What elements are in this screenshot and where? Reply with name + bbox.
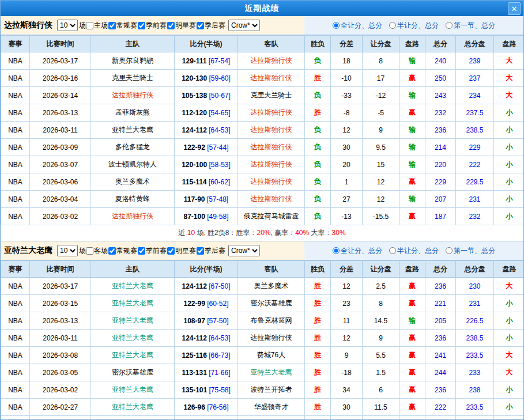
radio-input[interactable]: [446, 247, 453, 254]
full-score: 125-116: [182, 351, 206, 360]
cell-away-team: 波特兰开拓者: [238, 381, 305, 399]
filter-checkbox[interactable]: 季前赛: [138, 246, 167, 256]
cell-score: 129-111 [67-54]: [175, 52, 238, 70]
cell-spread: 12: [363, 173, 399, 191]
filter-checkbox[interactable]: 季后赛: [197, 21, 225, 31]
radio-input[interactable]: [389, 22, 396, 29]
full-score: 122-99: [183, 300, 205, 308]
cell-spread-result: 赢: [399, 208, 425, 225]
filter-checkbox[interactable]: 常规赛: [108, 246, 137, 256]
cell-home-team: 亚特兰大老鹰: [91, 295, 175, 312]
radio-input[interactable]: [333, 247, 340, 254]
radio-input[interactable]: [333, 22, 340, 29]
team-section: 达拉斯独行侠 10 场 主场常规赛季前赛明星赛季后赛 Crow* 全让分、总分半…: [1, 16, 523, 241]
radio-label: 第一节、总分: [454, 246, 495, 256]
cell-away-team: 俄克拉荷马城雷霆: [238, 208, 305, 225]
radio-label: 全让分、总分: [341, 246, 382, 256]
cell-total-line: 234: [456, 87, 494, 104]
cell-total: 207: [425, 191, 456, 208]
cell-spread: 11.5: [363, 399, 399, 416]
filter-checkbox[interactable]: 客场: [86, 246, 108, 256]
cell-result: 负: [305, 139, 331, 156]
cell-home-team: 亚特兰大老鹰: [91, 278, 175, 295]
cell-point-diff: 18: [331, 52, 363, 70]
cell-result: 胜: [305, 104, 331, 122]
game-row: NBA2026-03-02达拉斯独行侠87-100 [49-58]俄克拉荷马城雷…: [1, 208, 524, 225]
filter-checkbox[interactable]: 季前赛: [138, 21, 167, 31]
game-row: NBA2026-03-15亚特兰大老鹰122-99 [60-52]密尔沃基雄鹿胜…: [1, 295, 524, 312]
cell-result: 胜: [305, 347, 331, 364]
checkbox-input[interactable]: [138, 247, 145, 255]
filter-checkbox[interactable]: 明星赛: [167, 21, 196, 31]
game-count-select[interactable]: 10: [57, 245, 78, 256]
cell-spread-result: 赢: [399, 104, 425, 122]
cell-home-team: 新奥尔良鹈鹕: [91, 52, 175, 70]
half-score: [54-65]: [209, 109, 230, 117]
checkbox-input[interactable]: [167, 247, 175, 255]
full-score: 108-97: [183, 317, 205, 325]
cell-result: 负: [305, 87, 331, 104]
checkbox-input[interactable]: [108, 22, 116, 29]
filter-checkbox[interactable]: 常规赛: [108, 21, 137, 31]
radio-input[interactable]: [446, 22, 453, 29]
stat-mode-radio[interactable]: 全让分、总分: [333, 246, 382, 256]
stat-mode-radio[interactable]: 半让分、总分: [389, 21, 439, 31]
extra-filter-select[interactable]: Crow*: [228, 245, 260, 256]
checkbox-input[interactable]: [197, 22, 204, 29]
cell-date: 2026-03-17: [30, 52, 91, 70]
cell-away-team: 达拉斯独行侠: [238, 156, 305, 173]
checkbox-input[interactable]: [86, 247, 93, 255]
stat-mode-radio[interactable]: 全让分、总分: [333, 21, 382, 31]
half-score: [67-54]: [209, 57, 230, 65]
cell-result: 胜: [305, 295, 331, 312]
game-row: NBA2026-03-06奥兰多魔术115-114 [60-62]达拉斯独行侠负…: [1, 173, 524, 191]
cell-total-line: 238: [456, 381, 494, 399]
full-score: 115-114: [182, 178, 207, 186]
game-row: NBA2026-03-14达拉斯独行侠105-138 [50-67]克里夫兰骑士…: [1, 87, 524, 104]
cell-ou-result: 小: [494, 312, 524, 330]
close-icon[interactable]: ✕: [508, 2, 521, 15]
stat-mode-radio[interactable]: 第一节、总分: [446, 246, 495, 256]
cell-total-line: 238.5: [456, 330, 494, 347]
radio-input[interactable]: [389, 247, 396, 254]
cell-event: NBA: [1, 347, 30, 364]
checkbox-input[interactable]: [108, 247, 116, 255]
cell-total-line: 229.5: [456, 173, 494, 191]
stat-mode-radio[interactable]: 第一节、总分: [446, 21, 495, 31]
full-score: 112-120: [182, 109, 206, 117]
cell-total-line: 233.5: [456, 347, 494, 364]
table-header-row: 赛事比赛时间主队比分(半场)客队胜负分差让分盘盘路总分总分盘盘路: [1, 36, 524, 52]
full-score: 124-112: [182, 282, 206, 290]
cell-result: 胜: [305, 278, 331, 295]
full-score: 117-90: [184, 195, 205, 203]
checkbox-input[interactable]: [197, 247, 204, 255]
cell-total: 243: [425, 87, 456, 104]
checkbox-input[interactable]: [138, 22, 145, 29]
count-suffix-label: 场: [79, 21, 86, 31]
cell-date: 2026-03-11: [30, 330, 91, 347]
radio-label: 半让分、总分: [397, 21, 439, 31]
games-table: 赛事比赛时间主队比分(半场)客队胜负分差让分盘盘路总分总分盘盘路 NBA2026…: [1, 35, 524, 225]
cell-spread: 1.5: [363, 364, 399, 381]
page-title: 近期战绩: [245, 3, 280, 14]
column-header: 让分盘: [363, 36, 399, 52]
cell-total: 244: [425, 364, 456, 381]
cell-spread: 8: [363, 295, 399, 312]
half-score: [75-58]: [209, 386, 231, 394]
game-count-select[interactable]: 10: [57, 20, 78, 31]
cell-point-diff: -18: [331, 364, 363, 381]
checkbox-input[interactable]: [86, 22, 93, 29]
cell-result: 胜: [305, 399, 331, 416]
filter-checkbox[interactable]: 明星赛: [167, 246, 196, 256]
cell-total: 236: [425, 278, 456, 295]
full-score: 113-131: [182, 369, 206, 377]
extra-filter-select[interactable]: Crow*: [228, 20, 260, 31]
half-score: [59-60]: [209, 74, 231, 82]
filter-checkbox[interactable]: 季后赛: [197, 246, 225, 256]
full-score: 120-130: [182, 74, 207, 82]
filter-checkbox[interactable]: 主场: [86, 21, 108, 31]
half-score: [58-53]: [209, 161, 231, 169]
checkbox-label: 客场: [94, 246, 108, 256]
stat-mode-radio[interactable]: 半让分、总分: [389, 246, 439, 256]
checkbox-input[interactable]: [167, 22, 175, 29]
